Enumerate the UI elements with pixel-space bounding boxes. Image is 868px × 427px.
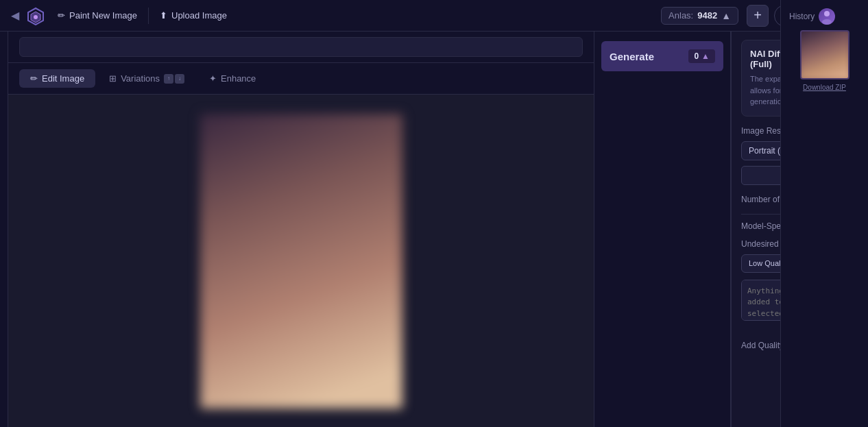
- image-area: [8, 95, 594, 427]
- generate-panel: Generate 0 ▲: [594, 32, 731, 427]
- generate-button[interactable]: Generate 0 ▲: [601, 41, 723, 71]
- tab-enhance[interactable]: ✦ Enhance: [198, 69, 267, 88]
- paint-new-image-button[interactable]: ✏ Paint New Image: [52, 8, 143, 23]
- upload-image-button[interactable]: ⬆ Upload Image: [154, 8, 232, 23]
- upload-icon: ⬆: [160, 10, 167, 21]
- badge-dot-1: ↑: [164, 74, 173, 84]
- topnav: ◀ ✏ Paint New Image ⬆ Upload Image Anlas…: [0, 0, 868, 32]
- edit-icon: ✏: [30, 73, 38, 84]
- nav-divider: [148, 8, 149, 24]
- left-panel: [0, 32, 8, 427]
- enhance-icon: ✦: [209, 73, 217, 84]
- generate-cost: 0 ▲: [688, 49, 715, 63]
- anlas-display: Anlas: 9482 ▲: [661, 7, 738, 25]
- svg-point-2: [34, 15, 38, 19]
- center-area: ✏ Edit Image ⊞ Variations ↑ ↓ ✦ Enhance: [8, 32, 594, 427]
- main-layout: ✏ Edit Image ⊞ Variations ↑ ↓ ✦ Enhance: [0, 32, 868, 427]
- anlas-info-icon[interactable]: ▲: [721, 10, 731, 21]
- add-button[interactable]: +: [747, 5, 769, 27]
- download-zip-link[interactable]: Download ZIP: [803, 84, 846, 91]
- tabs-bar: ✏ Edit Image ⊞ Variations ↑ ↓ ✦ Enhance: [8, 63, 594, 95]
- tab-variations[interactable]: ⊞ Variations ↑ ↓: [98, 69, 195, 88]
- history-thumbnail[interactable]: [800, 32, 849, 80]
- badge-dot-2: ↓: [175, 74, 184, 84]
- pencil-icon: ✏: [58, 10, 65, 21]
- history-panel: History Download ZIP: [780, 32, 868, 427]
- variations-badge: ↑ ↓: [164, 74, 184, 84]
- prompt-input[interactable]: [19, 37, 583, 57]
- variations-icon: ⊞: [109, 73, 117, 84]
- cost-up-icon: ▲: [701, 51, 710, 61]
- tab-edit-image[interactable]: ✏ Edit Image: [19, 69, 95, 88]
- logo: [26, 6, 45, 25]
- main-image: [200, 114, 402, 408]
- back-button[interactable]: ◀: [7, 6, 23, 25]
- prompt-bar: [8, 32, 594, 63]
